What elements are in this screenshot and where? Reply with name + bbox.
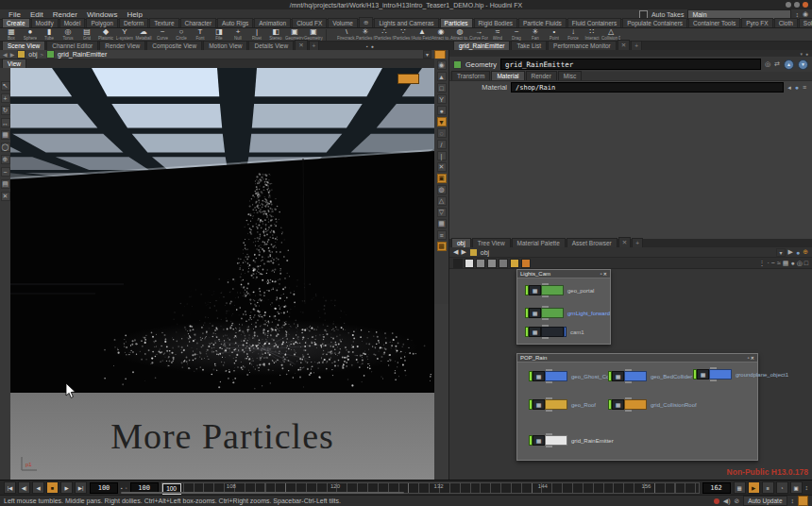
node-grid-collisionroof[interactable]: ▦grid_CollisionRoof: [608, 399, 697, 410]
keyframe-icon[interactable]: ▦: [734, 481, 746, 494]
param-up-button[interactable]: ▲: [784, 59, 794, 70]
shelf-tool-null[interactable]: +Null: [228, 28, 247, 41]
shelf-tab-polygon[interactable]: Polygon: [86, 18, 118, 27]
frame-icon[interactable]: □: [804, 260, 808, 266]
shelf-tool-point[interactable]: •Point: [545, 28, 564, 41]
param-tab-material[interactable]: Material: [491, 71, 524, 80]
pane-add-icon[interactable]: +: [309, 41, 320, 50]
pin-button[interactable]: [434, 50, 446, 59]
param-tab-transform[interactable]: Transform: [451, 71, 490, 80]
shelf-tool-rivet[interactable]: |Rivet: [247, 28, 266, 41]
path-forward-icon[interactable]: ▶: [10, 51, 15, 58]
shelf-tab-particle-fluids[interactable]: Particle Fluids: [518, 18, 567, 27]
netbox-controls-icon[interactable]: ▫ ✕: [601, 271, 607, 277]
net-play-icon[interactable]: ▶: [788, 248, 793, 256]
clock-icon[interactable]: ◔: [776, 481, 788, 494]
record-indicator-icon[interactable]: [714, 498, 719, 504]
net-gear-icon[interactable]: ⊕: [803, 248, 808, 256]
node-output-connector[interactable]: [546, 410, 552, 412]
shelf-tab-auto-rigs[interactable]: Auto Rigs: [217, 18, 253, 27]
param-search-icon[interactable]: ◎: [765, 60, 770, 68]
netbox-pop-rain[interactable]: POP_Rain▫ ✕▦geo_Ghost_Collision▦geo_BedC…: [516, 353, 758, 461]
pane-split-icon[interactable]: ▪: [366, 43, 368, 49]
net-path-dropdown-icon[interactable]: ▾: [776, 248, 785, 257]
close-button[interactable]: [803, 2, 808, 8]
scale-tool-icon[interactable]: ↔: [1, 118, 10, 127]
auto-update-selector[interactable]: Auto Update: [743, 496, 787, 506]
scene-viewport[interactable]: More Particles p1: [10, 68, 434, 480]
path-back-icon[interactable]: ◀: [3, 51, 8, 58]
pane-close-icon[interactable]: ✕: [295, 40, 307, 50]
node-grnlight-forward[interactable]: ▦grnLight_forward: [525, 308, 610, 318]
net-forward-icon[interactable]: ▶: [461, 248, 465, 256]
material-field[interactable]: /shop/Rain: [511, 82, 784, 93]
net-node-swatch-0[interactable]: [453, 259, 463, 268]
node-body[interactable]: [541, 308, 564, 318]
shelf-tool-interact[interactable]: ∷Interact: [583, 28, 601, 41]
shelf-tool-auto-fetch[interactable]: ▲Auto Fetch: [413, 28, 431, 41]
shelf-tab-particles[interactable]: Particles: [440, 18, 473, 27]
node-geo-roof[interactable]: ▦geo_Roof: [529, 399, 596, 410]
path-node[interactable]: grid_RainEmitter: [58, 51, 107, 58]
network-add-icon[interactable]: +: [632, 238, 643, 247]
node-body[interactable]: [545, 371, 567, 381]
prev-frame-button[interactable]: ◀|: [18, 481, 30, 494]
material-lang-icon[interactable]: ◂: [787, 84, 791, 92]
shelf-tool-attract-to[interactable]: ◍Attract to...: [450, 28, 469, 41]
wire-style-icon[interactable]: ~: [771, 260, 775, 266]
node-input-connector[interactable]: [546, 433, 552, 435]
node-body[interactable]: [541, 285, 564, 295]
select-tool-icon[interactable]: ↖: [1, 81, 10, 91]
pane-tab-details-view[interactable]: Details View: [248, 41, 294, 50]
netbox-title-bar[interactable]: Lights_Cam▫ ✕: [517, 270, 610, 278]
node-output-connector[interactable]: [542, 318, 549, 320]
flow-icon[interactable]: ≈: [777, 260, 781, 266]
shelf-tool-particles-f[interactable]: ✳Particles f...: [356, 28, 375, 41]
pane-tab-channel-editor[interactable]: Channel Editor: [46, 41, 98, 50]
magnify-icon[interactable]: ◎: [797, 260, 803, 267]
pane-tab-take-list[interactable]: Take List: [511, 41, 547, 50]
cook-interrupt-icon[interactable]: ⊘: [734, 498, 739, 505]
network-tab-tree-view[interactable]: Tree View: [472, 238, 511, 247]
pane-tab-performance-monitor[interactable]: Performance Monitor: [548, 41, 617, 50]
playbar-spinner-icon[interactable]: ↕: [805, 484, 809, 491]
shelf-tab-container-tools[interactable]: Container Tools: [688, 18, 740, 27]
shelf-tab-pyro-fx[interactable]: Pyro FX: [741, 18, 772, 27]
audio-mute-icon[interactable]: ◀): [723, 498, 731, 505]
shelf-tab-lights-and-cameras[interactable]: Lights and Cameras: [374, 18, 438, 27]
play-reverse-button[interactable]: ◀: [32, 481, 44, 494]
shelf-tool-particles-f[interactable]: ∵Particles f...: [394, 28, 413, 41]
pane-tab-composite-view[interactable]: Composite View: [146, 41, 202, 50]
display-options-icon[interactable]: ▩: [437, 242, 447, 251]
param-tab-misc[interactable]: Misc: [558, 71, 582, 80]
grid-display-icon[interactable]: ▦: [437, 219, 447, 228]
tripod-icon[interactable]: Y: [437, 94, 447, 104]
shelf-tab-cloth[interactable]: Cloth: [774, 18, 798, 27]
options-list-icon[interactable]: ≡: [762, 481, 774, 494]
gang-icon[interactable]: ⇄: [774, 60, 780, 68]
shelf-tab-populate-containers[interactable]: Populate Containers: [622, 18, 687, 27]
range-lock-icon[interactable]: ▪: [121, 485, 123, 491]
shelf-tool-sphere[interactable]: ●Sphere: [21, 28, 40, 41]
shelf-tool-platonic[interactable]: ◆Platonic: [96, 28, 115, 41]
shelf-tool-fan[interactable]: ✳Fan: [526, 28, 545, 41]
shelf-tool-circle[interactable]: ○Circle: [172, 28, 191, 41]
node-output-connector[interactable]: [546, 446, 552, 447]
align-icon[interactable]: ·: [768, 260, 770, 266]
param-down-button[interactable]: ▼: [798, 59, 808, 70]
points-mode-icon[interactable]: ◌: [437, 128, 447, 138]
shelf-tool-drag[interactable]: ~Drag: [507, 28, 526, 41]
dot-icon[interactable]: ●: [790, 260, 794, 266]
range-link-icon[interactable]: ▫: [126, 485, 127, 491]
material-menu-icon[interactable]: ≡: [803, 84, 806, 91]
node-cam1[interactable]: ▦cam1: [525, 327, 584, 337]
shelf-tab-volume[interactable]: Volume: [328, 18, 358, 27]
stop-button[interactable]: ■: [46, 481, 59, 494]
shelf-tool-l-system[interactable]: YL-system: [115, 28, 134, 41]
net-node-swatch-3[interactable]: [487, 259, 497, 268]
node-output-connector[interactable]: [542, 337, 549, 339]
node-body[interactable]: [624, 371, 647, 381]
param-dropdown-icon[interactable]: ▾: [800, 51, 803, 57]
person-icon[interactable]: ▲: [437, 72, 447, 81]
node-output-connector[interactable]: [542, 295, 549, 297]
